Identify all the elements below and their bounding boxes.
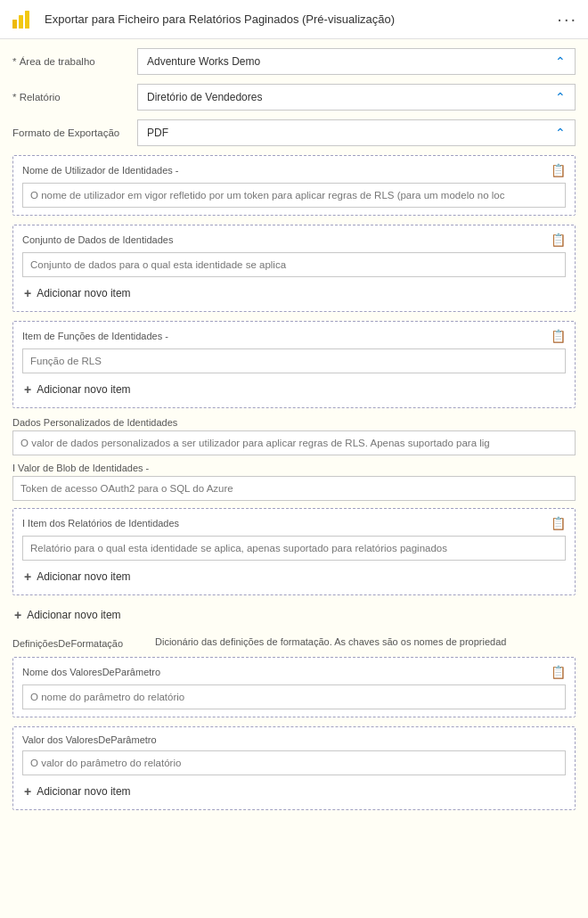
formatting-label: DefiniçõesDeFormatação: [12, 635, 155, 649]
custom-data-section: Dados Personalizados de Identidades: [12, 417, 576, 455]
formatting-description: Dicionário das definições de formatação.…: [155, 635, 576, 650]
more-options-button[interactable]: ···: [557, 9, 577, 29]
workspace-label: * Área de trabalho: [12, 56, 137, 67]
roles-section-header: Item de Funções de Identidades - 📋: [22, 329, 566, 343]
blob-label: I Valor de Blob de Identidades -: [12, 463, 149, 473]
param-name-section: Nome dos ValoresDeParâmetro 📋: [12, 657, 576, 717]
reports-add-label-1: Adicionar novo item: [37, 570, 130, 583]
export-format-value: PDF: [147, 127, 168, 139]
workspace-value: Adventure Works Demo: [147, 55, 260, 68]
username-section-header: Nome de Utilizador de Identidades - 📋: [22, 163, 566, 177]
report-chevron-icon: ⌃: [555, 90, 566, 104]
reports-section-header: I Item dos Relatórios de Identidades 📋: [22, 516, 566, 530]
param-value-title: Valor dos ValoresDeParâmetro: [22, 734, 157, 745]
workspace-chevron-icon: ⌃: [555, 54, 566, 69]
dataset-copy-icon[interactable]: 📋: [551, 233, 566, 247]
param-value-section-header: Valor dos ValoresDeParâmetro: [22, 734, 566, 745]
export-format-dropdown-box[interactable]: PDF ⌃: [137, 119, 576, 146]
reports-copy-icon[interactable]: 📋: [551, 516, 566, 530]
roles-section-title: Item de Funções de Identidades -: [22, 331, 168, 341]
workspace-dropdown-box[interactable]: Adventure Works Demo ⌃: [137, 48, 576, 75]
blob-section: I Valor de Blob de Identidades -: [12, 463, 576, 501]
param-add-label: Adicionar novo item: [37, 785, 130, 798]
param-value-input[interactable]: [22, 750, 566, 775]
dataset-section-title: Conjunto de Dados de Identidades: [22, 234, 173, 245]
param-add-item-button[interactable]: + Adicionar novo item: [22, 781, 133, 802]
svg-rect-1: [19, 15, 23, 29]
svg-rect-2: [25, 11, 29, 29]
dataset-section: Conjunto de Dados de Identidades 📋 + Adi…: [12, 225, 576, 312]
reports-add-item-button-1[interactable]: + Adicionar novo item: [22, 566, 133, 587]
roles-add-item-button[interactable]: + Adicionar novo item: [22, 379, 133, 400]
form-content: * Área de trabalho Adventure Works Demo …: [0, 39, 588, 918]
export-format-chevron-icon: ⌃: [555, 126, 566, 140]
dataset-add-label: Adicionar novo item: [37, 287, 130, 299]
param-value-section: Valor dos ValoresDeParâmetro + Adicionar…: [12, 726, 576, 810]
export-format-label: Formato de Exportação: [12, 127, 137, 138]
report-row: * Relatório Diretório de Vendedores ⌃: [12, 84, 576, 111]
roles-plus-icon: +: [24, 382, 31, 397]
export-format-dropdown[interactable]: PDF ⌃: [137, 119, 576, 146]
reports-plus-icon-2: +: [14, 608, 21, 622]
roles-section: Item de Funções de Identidades - 📋 + Adi…: [12, 321, 576, 408]
roles-copy-icon[interactable]: 📋: [551, 329, 566, 343]
powerbi-logo-icon: [11, 7, 36, 32]
workspace-dropdown[interactable]: Adventure Works Demo ⌃: [137, 48, 576, 75]
report-value: Diretório de Vendedores: [147, 91, 262, 103]
custom-data-label-row: Dados Personalizados de Identidades: [12, 417, 576, 428]
reports-section: I Item dos Relatórios de Identidades 📋 +…: [12, 508, 576, 595]
report-label: * Relatório: [12, 92, 137, 102]
reports-add-item-button-2[interactable]: + Adicionar novo item: [12, 604, 123, 626]
reports-section-title: I Item dos Relatórios de Identidades: [22, 518, 179, 529]
header: Exportar para Ficheiro para Relatórios P…: [0, 0, 588, 39]
param-plus-icon: +: [24, 784, 31, 799]
workspace-row: * Área de trabalho Adventure Works Demo …: [12, 48, 576, 75]
username-input[interactable]: [22, 183, 566, 208]
reports-add-label-2: Adicionar novo item: [27, 609, 120, 621]
dataset-add-item-button[interactable]: + Adicionar novo item: [22, 283, 133, 304]
dataset-section-header: Conjunto de Dados de Identidades 📋: [22, 233, 566, 247]
export-format-row: Formato de Exportação PDF ⌃: [12, 119, 576, 146]
roles-input[interactable]: [22, 348, 566, 373]
reports-input[interactable]: [22, 536, 566, 561]
username-copy-icon[interactable]: 📋: [551, 163, 566, 177]
param-name-input[interactable]: [22, 684, 566, 709]
param-name-section-header: Nome dos ValoresDeParâmetro 📋: [22, 665, 566, 679]
blob-input[interactable]: [12, 476, 576, 501]
header-title: Exportar para Ficheiro para Relatórios P…: [45, 12, 395, 26]
report-dropdown[interactable]: Diretório de Vendedores ⌃: [137, 84, 576, 111]
reports-plus-icon-1: +: [24, 570, 31, 584]
formatting-row: DefiniçõesDeFormatação Dicionário das de…: [12, 635, 576, 650]
header-left: Exportar para Ficheiro para Relatórios P…: [11, 7, 395, 32]
custom-data-input[interactable]: [12, 430, 576, 455]
report-dropdown-box[interactable]: Diretório de Vendedores ⌃: [137, 84, 576, 111]
param-name-title: Nome dos ValoresDeParâmetro: [22, 667, 160, 677]
custom-data-label: Dados Personalizados de Identidades: [12, 417, 177, 428]
svg-rect-3: [12, 20, 17, 29]
param-name-copy-icon[interactable]: 📋: [551, 665, 566, 679]
username-section: Nome de Utilizador de Identidades - 📋: [12, 155, 576, 216]
dataset-input[interactable]: [22, 252, 566, 277]
dataset-plus-icon: +: [24, 286, 31, 300]
username-section-title: Nome de Utilizador de Identidades -: [22, 165, 178, 176]
roles-add-label: Adicionar novo item: [37, 383, 130, 396]
blob-label-row: I Valor de Blob de Identidades -: [12, 463, 576, 473]
